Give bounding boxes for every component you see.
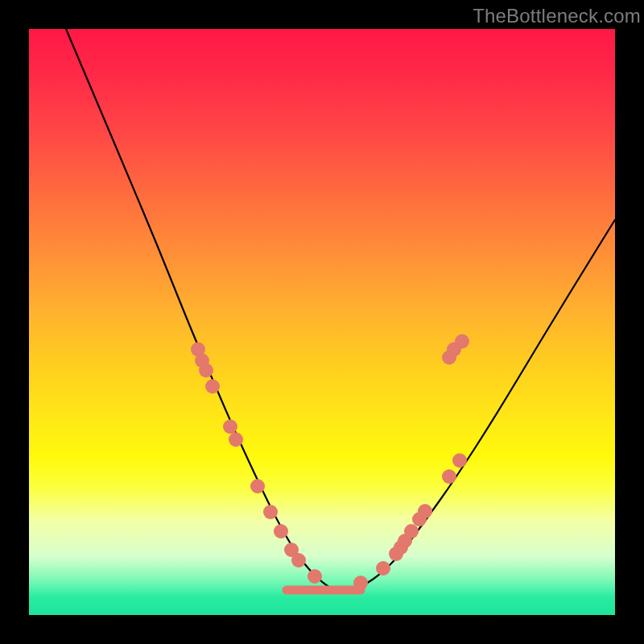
data-point-left-cluster-4 bbox=[205, 379, 220, 394]
data-point-bottom-4 bbox=[308, 569, 322, 584]
data-point-left-cluster-3 bbox=[199, 363, 213, 378]
data-point-right-cluster-1 bbox=[376, 561, 390, 576]
data-point-left-cluster-7 bbox=[250, 479, 265, 493]
data-point-left-cluster-5 bbox=[223, 419, 237, 434]
data-point-bottom-1 bbox=[274, 524, 288, 539]
data-point-right-cluster-9 bbox=[452, 453, 467, 468]
watermark-text: TheBottleneck.com bbox=[473, 5, 641, 27]
data-point-left-cluster-6 bbox=[229, 432, 243, 447]
data-points-group bbox=[191, 334, 469, 590]
data-point-bottom-3 bbox=[291, 553, 306, 568]
data-point-left-cluster-8 bbox=[263, 505, 278, 519]
data-point-right-cluster-8 bbox=[442, 469, 456, 484]
data-point-right-cluster-5 bbox=[404, 524, 419, 539]
chart-area bbox=[29, 29, 615, 615]
bottleneck-curve bbox=[66, 29, 615, 591]
chart-svg bbox=[29, 29, 615, 615]
data-point-right-cluster-7 bbox=[418, 504, 432, 518]
data-point-right-upper-3 bbox=[455, 334, 469, 349]
